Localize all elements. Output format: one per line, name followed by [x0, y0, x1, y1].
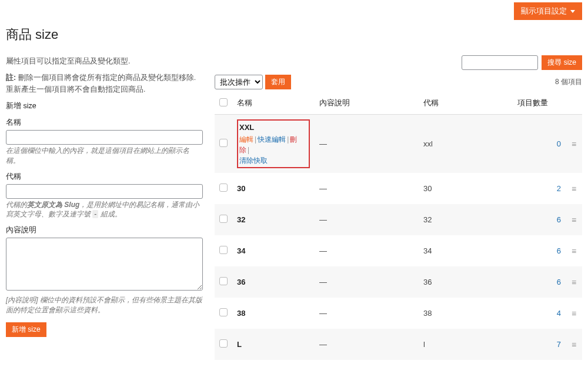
edit-link[interactable]: 編輯 [239, 135, 253, 144]
name-hint: 在這個欄位中輸入的內容，就是這個項目在網站上的顯示名稱。 [6, 146, 203, 166]
row-checkbox[interactable] [219, 139, 228, 147]
quick-edit-link[interactable]: 快速編輯 [258, 135, 286, 144]
row-name[interactable]: 30 [237, 184, 245, 193]
row-slug: 30 [419, 173, 513, 204]
note-text: 註: 刪除一個項目將會從所有指定的商品及變化類型移除. 重新產生一個項目將不會自… [6, 72, 203, 95]
submit-button[interactable]: 新增 size [6, 322, 46, 337]
slug-label: 代稱 [6, 171, 203, 182]
desc-label: 內容說明 [6, 224, 203, 236]
row-name[interactable]: 36 [237, 278, 245, 286]
col-count[interactable]: 項目數量 [513, 92, 566, 115]
row-desc: — [315, 298, 419, 329]
chevron-down-icon [570, 10, 575, 13]
main-table-area: 搜尋 size 批次操作 套用 8 個項目 名稱 內容說明 代稱 項目數量 [215, 55, 582, 367]
row-name[interactable]: 34 [237, 246, 245, 255]
intro-text: 屬性項目可以指定至商品及變化類型. [6, 55, 203, 67]
row-checkbox[interactable] [219, 308, 228, 316]
row-name[interactable]: XXL [239, 123, 308, 132]
row-count[interactable]: 7 [557, 340, 561, 349]
bulk-action-select[interactable]: 批次操作 [215, 75, 263, 89]
row-count[interactable]: 6 [557, 246, 561, 255]
row-checkbox[interactable] [219, 246, 228, 254]
col-desc[interactable]: 內容說明 [315, 92, 419, 115]
row-checkbox[interactable] [219, 339, 228, 348]
row-slug: xxl [419, 115, 513, 174]
item-count: 8 個項目 [555, 77, 582, 87]
col-name[interactable]: 名稱 [232, 92, 315, 115]
row-slug: m [419, 360, 513, 367]
drag-handle-icon[interactable]: ≡ [572, 309, 576, 318]
row-desc: — [315, 173, 419, 204]
apply-button[interactable]: 套用 [265, 75, 291, 89]
row-count[interactable]: 6 [557, 278, 561, 286]
row-name[interactable]: L [237, 340, 242, 349]
row-slug: l [419, 329, 513, 360]
table-row: 34—346≡ [215, 235, 582, 266]
table-row: 30—302≡ [215, 173, 582, 204]
table-row: 36—366≡ [215, 266, 582, 298]
row-actions: 編輯|快速編輯|刪除|清除快取 [239, 134, 308, 166]
slug-input[interactable] [6, 184, 203, 199]
row-slug: 32 [419, 204, 513, 235]
row-checkbox[interactable] [219, 184, 228, 192]
desc-hint: [內容說明] 欄位中的資料預設不會顯示，但有些佈景主題在其版面的特定位置會顯示這… [6, 295, 203, 315]
name-input[interactable] [6, 130, 203, 145]
col-slug[interactable]: 代稱 [419, 92, 513, 115]
table-row: L—l7≡ [215, 329, 582, 360]
row-desc: — [315, 360, 419, 367]
row-desc: — [315, 329, 419, 360]
row-slug: 38 [419, 298, 513, 329]
row-count[interactable]: 4 [557, 309, 561, 318]
terms-table: 名稱 內容說明 代稱 項目數量 XXL編輯|快速編輯|刪除|清除快取—xxl0≡… [215, 92, 582, 367]
drag-handle-icon[interactable]: ≡ [572, 278, 576, 287]
row-count[interactable]: 6 [557, 215, 561, 224]
table-row: 32—326≡ [215, 204, 582, 235]
row-name[interactable]: 32 [237, 215, 245, 224]
screen-options-label: 顯示項目設定 [521, 6, 567, 16]
sidebar-form: 屬性項目可以指定至商品及變化類型. 註: 刪除一個項目將會從所有指定的商品及變化… [6, 55, 203, 367]
row-desc: — [315, 115, 419, 174]
row-slug: 34 [419, 235, 513, 266]
screen-options-button[interactable]: 顯示項目設定 [514, 2, 582, 20]
drag-handle-icon[interactable]: ≡ [572, 340, 576, 349]
drag-handle-icon[interactable]: ≡ [572, 246, 576, 256]
row-name[interactable]: 38 [237, 309, 245, 318]
select-all-checkbox[interactable] [219, 98, 228, 106]
table-row: XXL編輯|快速編輯|刪除|清除快取—xxl0≡ [215, 115, 582, 174]
row-slug: 36 [419, 266, 513, 298]
row-count[interactable]: 2 [557, 184, 561, 193]
search-input[interactable] [462, 55, 538, 70]
row-checkbox[interactable] [219, 277, 228, 285]
row-desc: — [315, 235, 419, 266]
table-row: 38—384≡ [215, 298, 582, 329]
row-count[interactable]: 0 [557, 139, 561, 148]
drag-handle-icon[interactable]: ≡ [572, 184, 576, 193]
search-button[interactable]: 搜尋 size [542, 55, 582, 70]
name-label: 名稱 [6, 116, 203, 128]
slug-hint: 代稱的英文原文為 Slug，是用於網址中的易記名稱，通常由小寫英文字母、數字及連… [6, 200, 203, 220]
row-checkbox[interactable] [219, 215, 228, 223]
row-desc: — [315, 204, 419, 235]
clear-cache-link[interactable]: 清除快取 [239, 156, 268, 165]
desc-textarea[interactable] [6, 238, 203, 291]
page-title: 商品 size [6, 26, 582, 44]
form-title: 新增 size [6, 100, 203, 112]
drag-handle-icon[interactable]: ≡ [572, 215, 576, 225]
row-desc: — [315, 266, 419, 298]
table-row: M—m7≡ [215, 360, 582, 367]
drag-handle-icon[interactable]: ≡ [572, 139, 576, 149]
